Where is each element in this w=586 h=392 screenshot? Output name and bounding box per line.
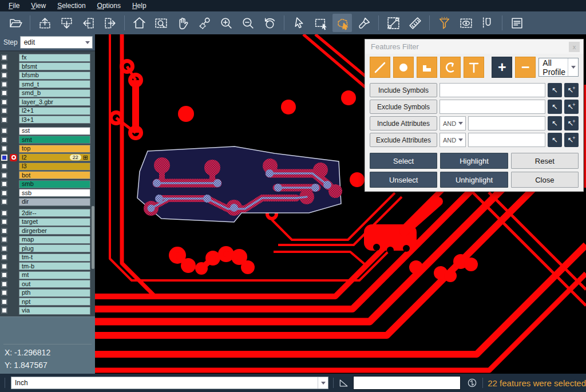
layer-row[interactable]: mt⊞ xyxy=(0,271,95,280)
layer-visibility-checkbox[interactable] xyxy=(1,72,7,78)
layer-row[interactable]: top⊞ xyxy=(0,144,95,153)
dialog-action-button[interactable]: Reset xyxy=(511,153,579,169)
layer-row[interactable]: bot⊞ xyxy=(0,171,95,180)
layer-visibility-checkbox[interactable] xyxy=(1,307,7,314)
unit-dropdown[interactable]: Inch xyxy=(11,377,328,389)
zoom-object-icon[interactable] xyxy=(195,14,214,32)
layer-row[interactable]: dir⊞ xyxy=(0,197,95,207)
layer-row[interactable]: l2+1⊞ xyxy=(0,106,95,116)
layer-visibility-checkbox[interactable] xyxy=(1,181,7,187)
layer-row[interactable]: smt⊞ xyxy=(0,136,95,145)
menu-item[interactable]: Selection xyxy=(52,1,90,11)
layer-visibility-checkbox[interactable] xyxy=(1,172,7,179)
dialog-title-bar[interactable]: Features Filter x xyxy=(365,39,583,54)
operator-dropdown[interactable]: AND xyxy=(440,133,466,147)
filter-row-label-button[interactable]: Exclude Symbols xyxy=(370,100,437,114)
layer-visibility-checkbox[interactable] xyxy=(1,108,7,114)
filter-row-label-button[interactable]: Include Symbols xyxy=(370,83,437,97)
layer-visibility-checkbox[interactable] xyxy=(1,228,7,234)
pick-from-canvas-button[interactable]: ↖ xyxy=(548,133,562,147)
dialog-action-button[interactable]: Unhighlight xyxy=(440,172,508,188)
layer-row[interactable]: npt⊞ xyxy=(0,298,95,307)
menu-item[interactable]: Help xyxy=(127,1,152,11)
layer-visibility-checkbox[interactable] xyxy=(1,64,7,70)
layer-visibility-checkbox[interactable] xyxy=(1,210,7,216)
filter-value-input[interactable] xyxy=(468,133,545,147)
layer-visibility-checkbox[interactable] xyxy=(1,81,7,88)
view-down-icon[interactable] xyxy=(57,14,76,32)
open-icon[interactable] xyxy=(6,14,25,32)
zoom-previous-icon[interactable] xyxy=(260,14,279,32)
pick-from-canvas-button[interactable]: ↖ xyxy=(548,100,562,114)
measure-ruler-icon[interactable] xyxy=(405,14,425,32)
menu-item[interactable]: View xyxy=(26,1,51,11)
filter-line-button[interactable] xyxy=(370,57,390,78)
layer-row[interactable]: 2dir--⊞ xyxy=(0,209,95,218)
sync-icon[interactable] xyxy=(466,377,478,389)
menu-item[interactable]: Options xyxy=(92,1,126,11)
filter-text-button[interactable] xyxy=(464,57,484,78)
layer-row[interactable]: l3+1⊞ xyxy=(0,116,95,125)
include-mode-button[interactable]: + xyxy=(492,57,512,78)
layer-row[interactable]: ssb⊞ xyxy=(0,189,95,198)
layer-row[interactable]: bfsmb⊞ xyxy=(0,71,95,80)
filter-arc-button[interactable] xyxy=(440,57,461,78)
close-icon[interactable]: x xyxy=(569,42,580,52)
layer-visibility-checkbox[interactable] xyxy=(1,281,7,287)
command-input[interactable] xyxy=(353,376,461,390)
profile-dropdown[interactable]: All Profile xyxy=(539,58,579,77)
layer-visibility-checkbox[interactable] xyxy=(1,163,7,169)
filter-row-label-button[interactable]: Include Attributes xyxy=(370,116,437,130)
layer-visibility-checkbox[interactable] xyxy=(1,263,7,270)
dialog-action-button[interactable]: Select xyxy=(370,153,437,169)
layer-row[interactable]: l3⊞ xyxy=(0,162,95,171)
pick-add-button[interactable]: ↖+ xyxy=(564,116,579,130)
step-dropdown[interactable]: edit xyxy=(20,36,93,49)
layer-visibility-checkbox[interactable] xyxy=(1,137,7,143)
pan-hand-icon[interactable] xyxy=(173,14,192,32)
layer-row[interactable]: layer_3.gbr⊞ xyxy=(0,98,95,107)
filter-value-input[interactable] xyxy=(468,116,545,130)
layer-visibility-checkbox[interactable] xyxy=(1,199,7,205)
snap-icon[interactable] xyxy=(478,14,497,32)
menu-item[interactable]: File xyxy=(3,1,25,11)
dialog-action-button[interactable]: Highlight xyxy=(440,153,508,169)
layer-visibility-checkbox[interactable] xyxy=(1,155,7,161)
dialog-action-button[interactable]: Close xyxy=(511,172,579,188)
pick-from-canvas-button[interactable]: ↖ xyxy=(548,116,562,130)
layer-row[interactable]: out⊞ xyxy=(0,280,95,289)
pick-add-button[interactable]: ↖+ xyxy=(564,100,579,114)
view-right-icon[interactable] xyxy=(100,14,120,32)
feature-info-icon[interactable] xyxy=(507,14,526,32)
view-left-icon[interactable] xyxy=(78,14,98,32)
operator-dropdown[interactable]: AND xyxy=(440,116,466,130)
layer-row[interactable]: l222⊞ xyxy=(0,153,95,163)
layer-row[interactable]: dirgerber⊞ xyxy=(0,227,95,236)
rect-select-icon[interactable] xyxy=(311,14,330,32)
view-up-icon[interactable] xyxy=(35,14,54,32)
layer-visibility-checkbox[interactable] xyxy=(1,117,7,123)
zoom-out-icon[interactable] xyxy=(238,14,258,32)
layer-visibility-checkbox[interactable] xyxy=(1,90,7,96)
filter-row-label-button[interactable]: Exclude Attributes xyxy=(370,133,437,147)
home-icon[interactable] xyxy=(129,14,149,32)
layer-row[interactable]: map⊞ xyxy=(0,235,95,244)
layer-row[interactable]: tm-t⊞ xyxy=(0,253,95,262)
measure-point-icon[interactable] xyxy=(383,14,403,32)
angle-corner-icon[interactable] xyxy=(338,377,350,389)
layer-list-scrollbar[interactable] xyxy=(92,206,94,269)
layer-visibility-checkbox[interactable] xyxy=(1,290,7,296)
layer-row[interactable]: bfsmt⊞ xyxy=(0,62,95,72)
layer-visibility-checkbox[interactable] xyxy=(1,236,7,243)
pick-add-button[interactable]: ↖+ xyxy=(564,83,579,97)
features-filter-icon[interactable] xyxy=(434,14,454,32)
layer-visibility-checkbox[interactable] xyxy=(1,99,7,105)
layer-display-icon[interactable] xyxy=(456,14,476,32)
dialog-action-button[interactable]: Unselect xyxy=(370,172,437,188)
layer-row[interactable]: fx⊞ xyxy=(0,53,95,62)
layer-row[interactable]: pth⊞ xyxy=(0,288,95,298)
zoom-in-icon[interactable] xyxy=(216,14,236,32)
layer-visibility-checkbox[interactable] xyxy=(1,190,7,196)
filter-pad-button[interactable] xyxy=(393,57,414,78)
zoom-window-icon[interactable] xyxy=(151,14,171,32)
